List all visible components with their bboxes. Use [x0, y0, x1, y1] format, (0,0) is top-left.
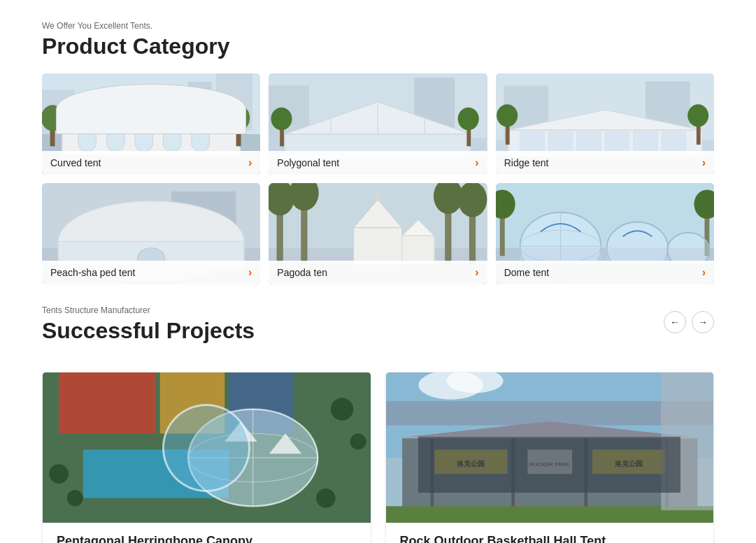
svg-point-17 — [42, 105, 64, 131]
svg-rect-89 — [59, 372, 156, 433]
svg-rect-119 — [584, 437, 587, 510]
project-1-title: Pentagonal Herringbone Canopy — [57, 534, 357, 543]
pagoda-arrow-icon: › — [475, 266, 478, 279]
category-label-pagoda: Pagoda ten › — [269, 261, 487, 284]
project-2-content: Rock Outdoor Basketball Hall Tent This p… — [386, 523, 714, 543]
project-2-image: 洛克公园 RUCKER PARK 洛克公园 — [386, 372, 714, 523]
svg-text:洛克公园: 洛克公园 — [615, 460, 643, 468]
svg-rect-117 — [430, 437, 434, 510]
category-card-peach[interactable]: Peach-sha ped tent › — [42, 183, 260, 284]
svg-rect-11 — [164, 129, 181, 151]
svg-rect-92 — [83, 449, 229, 498]
svg-point-31 — [271, 108, 292, 130]
svg-rect-9 — [107, 129, 124, 151]
svg-rect-112 — [527, 449, 572, 474]
category-label-ridge: Ridge tent › — [496, 151, 714, 175]
category-card-dome[interactable]: Dome tent › — [496, 183, 714, 284]
curved-arrow-icon: › — [248, 157, 252, 169]
svg-point-101 — [331, 398, 353, 420]
category-card-polygonal[interactable]: Polygonal tent › — [269, 73, 487, 175]
projects-navigation: ← → — [664, 311, 714, 333]
svg-text:RUCKER PARK: RUCKER PARK — [529, 461, 569, 468]
svg-rect-70 — [402, 236, 434, 263]
polygonal-arrow-icon: › — [475, 157, 478, 169]
svg-point-99 — [49, 464, 69, 484]
category-label-dome: Dome tent › — [496, 261, 714, 284]
category-card-curved[interactable]: Curved tent › — [42, 73, 260, 175]
svg-point-48 — [497, 104, 518, 126]
svg-text:洛克公园: 洛克公园 — [457, 460, 485, 468]
projects-section-label: Tents Structure Manufacturer — [42, 305, 255, 315]
svg-rect-10 — [135, 129, 152, 151]
projects-header: Tents Structure Manufacturer Successful … — [42, 305, 714, 358]
svg-point-29 — [458, 108, 479, 130]
svg-point-15 — [227, 105, 250, 131]
svg-rect-14 — [236, 122, 241, 147]
category-label-curved: Curved tent › — [42, 151, 260, 175]
svg-rect-3 — [187, 82, 212, 130]
svg-rect-123 — [661, 372, 713, 510]
project-2-title: Rock Outdoor Basketball Hall Tent — [400, 534, 700, 543]
category-card-ridge[interactable]: Ridge tent › — [496, 73, 714, 175]
category-card-pagoda[interactable]: Pagoda ten › — [269, 183, 487, 284]
category-label-peach: Peach-sha ped tent › — [42, 261, 260, 284]
svg-rect-90 — [160, 372, 225, 433]
projects-section-title: Successful Projects — [42, 318, 255, 344]
project-1-image — [43, 372, 371, 523]
svg-point-46 — [687, 104, 708, 126]
category-label-polygonal: Polygonal tent › — [269, 151, 487, 175]
svg-point-102 — [350, 433, 366, 449]
svg-rect-111 — [434, 449, 507, 474]
peach-arrow-icon: › — [248, 266, 252, 279]
projects-grid: Pentagonal Herringbone Canopy This proje… — [42, 372, 714, 543]
svg-rect-110 — [402, 437, 697, 510]
svg-rect-8 — [78, 129, 96, 151]
project-card-2: 洛克公园 RUCKER PARK 洛克公园 Rock Outdoor Baske… — [385, 372, 715, 543]
project-card-1: Pentagonal Herringbone Canopy This proje… — [42, 372, 371, 543]
svg-rect-113 — [592, 449, 664, 474]
projects-next-button[interactable]: → — [692, 311, 714, 333]
svg-point-100 — [67, 490, 83, 506]
svg-point-65 — [458, 183, 487, 217]
product-section-title: Product Category — [42, 34, 714, 59]
svg-rect-118 — [511, 437, 515, 510]
svg-point-103 — [316, 488, 336, 508]
product-section-label: We Offer You Excellent Tents. — [42, 21, 714, 31]
ridge-arrow-icon: › — [702, 157, 706, 169]
dome-arrow-icon: › — [702, 266, 706, 279]
svg-rect-12 — [192, 129, 209, 151]
category-grid: Curved tent › — [42, 73, 714, 284]
projects-prev-button[interactable]: ← — [664, 311, 686, 333]
project-1-content: Pentagonal Herringbone Canopy This proje… — [43, 523, 371, 543]
